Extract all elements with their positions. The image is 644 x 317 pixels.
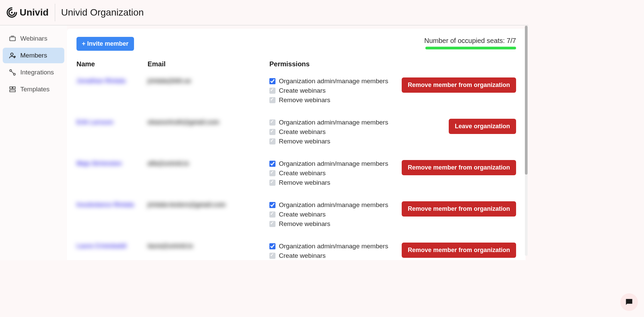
members-icon	[9, 52, 16, 59]
univid-logo-icon	[6, 7, 18, 18]
sidebar-item-integrations[interactable]: Integrations	[3, 65, 64, 80]
member-row: Insubstance Rintalajrintala-testers@gmai…	[76, 198, 516, 239]
permission-admin-checkbox[interactable]	[269, 161, 275, 167]
permission-remove-checkbox	[269, 138, 275, 144]
remove-member-button[interactable]: Remove member from organization	[402, 243, 516, 258]
permission-label: Create webinars	[279, 252, 326, 259]
permission-admin-checkbox[interactable]	[269, 78, 275, 84]
sidebar-item-members[interactable]: Members	[3, 48, 64, 63]
member-email: eleanortruth@gmail.com	[148, 119, 219, 126]
remove-member-button[interactable]: Remove member from organization	[402, 77, 516, 93]
sidebar-item-label: Templates	[20, 86, 50, 93]
permission-create-checkbox	[269, 170, 275, 176]
members-table: Name Email Permissions Jonathan Rintalaj…	[76, 58, 516, 260]
seats-progress-bar	[425, 47, 516, 49]
member-row: Maja Strömstenalfa@univid.ioOrganization…	[76, 157, 516, 198]
member-email: jrintala-testers@gmail.com	[148, 201, 226, 208]
permission-label: Organization admin/manage members	[279, 201, 388, 209]
sidebar-item-label: Webinars	[20, 35, 47, 42]
permission-label: Remove webinars	[279, 220, 330, 228]
permission-label: Remove webinars	[279, 138, 330, 145]
svg-rect-7	[10, 87, 12, 89]
permission-admin-checkbox[interactable]	[269, 202, 275, 208]
remove-member-button[interactable]: Remove member from organization	[402, 160, 516, 175]
scrollbar-thumb[interactable]	[525, 26, 528, 175]
permission-create-checkbox	[269, 88, 275, 94]
members-toolbar: + Invite member Number of occupied seats…	[76, 37, 516, 51]
member-name[interactable]: Laura Cristobaldi	[76, 243, 127, 249]
svg-rect-1	[10, 37, 16, 41]
svg-point-4	[14, 56, 16, 58]
permission-label: Create webinars	[279, 87, 326, 94]
main-content: + Invite member Number of occupied seats…	[67, 29, 526, 260]
sidebar-item-webinars[interactable]: Webinars	[3, 31, 64, 46]
sidebar-item-label: Members	[20, 52, 47, 59]
member-name[interactable]: Jonathan Rintala	[76, 77, 126, 84]
permission-admin-checkbox[interactable]	[269, 243, 275, 249]
permission-remove-checkbox	[269, 180, 275, 186]
sidebar-nav: WebinarsMembersIntegrationsTemplates	[0, 25, 67, 260]
column-header-permissions: Permissions	[269, 58, 398, 74]
permission-remove-checkbox	[269, 97, 275, 103]
remove-member-button[interactable]: Remove member from organization	[402, 201, 516, 217]
permission-label: Organization admin/manage members	[279, 119, 388, 126]
seats-label: Number of occupied seats: 7/7	[424, 37, 516, 45]
permission-label: Create webinars	[279, 211, 326, 218]
column-header-email: Email	[148, 58, 269, 74]
webinar-icon	[9, 35, 16, 42]
member-name[interactable]: Insubstance Rintala	[76, 201, 134, 208]
permission-label: Organization admin/manage members	[279, 243, 388, 250]
svg-point-0	[11, 12, 13, 13]
permission-label: Organization admin/manage members	[279, 77, 388, 85]
member-email: jrintala@kth.se	[148, 77, 191, 84]
app-header: Univid Univid Organization	[0, 0, 528, 25]
scrollbar-track[interactable]	[525, 26, 528, 256]
seats-indicator: Number of occupied seats: 7/7	[424, 37, 516, 49]
integrations-icon	[9, 69, 16, 76]
svg-rect-9	[10, 90, 16, 92]
permission-create-checkbox	[269, 253, 275, 259]
member-email: alfa@univid.io	[148, 160, 189, 167]
permission-create-checkbox	[269, 129, 275, 135]
permission-remove-checkbox	[269, 221, 275, 227]
member-email: laura@univid.io	[148, 243, 193, 249]
permission-label: Remove webinars	[279, 179, 330, 186]
member-row: Laura Cristobaldilaura@univid.ioOrganiza…	[76, 239, 516, 260]
permission-label: Create webinars	[279, 128, 326, 136]
column-header-name: Name	[76, 58, 148, 74]
permission-label: Create webinars	[279, 169, 326, 177]
brand-name: Univid	[20, 7, 49, 18]
permission-label: Organization admin/manage members	[279, 160, 388, 167]
invite-member-button[interactable]: + Invite member	[76, 37, 134, 51]
templates-icon	[9, 86, 16, 93]
permission-label: Remove webinars	[279, 96, 330, 104]
sidebar-item-templates[interactable]: Templates	[3, 82, 64, 97]
member-name[interactable]: Erik Larsson	[76, 119, 113, 126]
member-row: Jonathan Rintalajrintala@kth.seOrganizat…	[76, 74, 516, 115]
permission-create-checkbox	[269, 211, 275, 218]
organization-title: Univid Organization	[55, 7, 144, 18]
leave-organization-button[interactable]: Leave organization	[449, 119, 516, 134]
brand-logo[interactable]: Univid	[6, 4, 55, 21]
member-row: Erik Larssoneleanortruth@gmail.comOrgani…	[76, 115, 516, 157]
permission-admin-checkbox	[269, 119, 275, 126]
svg-rect-8	[13, 87, 15, 89]
member-name[interactable]: Maja Strömsten	[76, 160, 122, 167]
svg-point-3	[11, 53, 13, 55]
sidebar-item-label: Integrations	[20, 69, 54, 76]
